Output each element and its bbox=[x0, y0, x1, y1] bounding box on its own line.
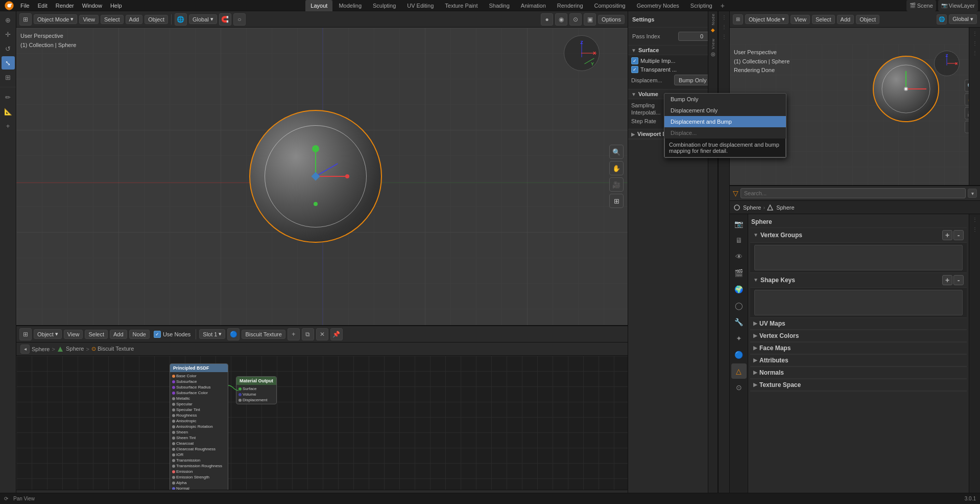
gizmo-x-handle[interactable] bbox=[345, 174, 349, 178]
select-menu[interactable]: Select bbox=[101, 15, 124, 24]
use-nodes-checkbox[interactable]: ✓ bbox=[154, 331, 161, 338]
ps-btn-1[interactable]: ⋮ bbox=[970, 215, 979, 224]
use-nodes-toggle[interactable]: ✓ Use Nodes bbox=[152, 331, 193, 338]
material-name[interactable]: Biscuit Texture bbox=[242, 330, 285, 339]
material-browse-icon[interactable]: 🔵 bbox=[227, 328, 240, 340]
right-orient-gizmo[interactable]: Z X bbox=[934, 51, 960, 76]
rvs-btn-3[interactable]: ⋮ bbox=[970, 48, 979, 57]
gizmo-z-handle[interactable] bbox=[311, 172, 320, 181]
props-btn-physics[interactable]: 🔵 bbox=[731, 347, 747, 362]
tab-rendering[interactable]: Rendering bbox=[552, 0, 588, 11]
orientation-selector[interactable]: Global ▾ bbox=[189, 14, 217, 24]
right-vp-orient[interactable]: 🌐 bbox=[937, 14, 947, 25]
zoom-in-gizmo[interactable]: 🔍 bbox=[609, 145, 624, 159]
menu-edit[interactable]: Edit bbox=[34, 0, 52, 11]
tool-cursor[interactable]: ⊕ bbox=[2, 13, 15, 27]
viewport-transform-icon[interactable]: 🌐 bbox=[175, 13, 187, 26]
menu-render[interactable]: Render bbox=[52, 0, 78, 11]
menu-file[interactable]: File bbox=[16, 0, 34, 11]
material-delete-icon[interactable]: ✕ bbox=[316, 328, 328, 340]
props-btn-scene[interactable]: 🎬 bbox=[731, 265, 747, 281]
object-menu[interactable]: Object bbox=[145, 15, 168, 24]
tab-animation[interactable]: Animation bbox=[516, 0, 551, 11]
props-search-input[interactable] bbox=[740, 188, 966, 198]
material-output-node[interactable]: Material Output Surface Volume Displacem… bbox=[236, 376, 277, 404]
right-vp-mode-selector[interactable]: Object Mode ▾ bbox=[745, 14, 788, 24]
transform-gizmo[interactable] bbox=[285, 146, 346, 207]
uv-maps-header[interactable]: ▶ UV Maps bbox=[750, 318, 967, 330]
dropdown-option-bump-only[interactable]: Bump Only bbox=[664, 94, 786, 105]
right-vp-select[interactable]: Select bbox=[812, 15, 835, 24]
multiple-importance-checkbox[interactable]: ✓ bbox=[631, 57, 638, 64]
shader-canvas[interactable]: Principled BSDF Base Color Subsurface Su… bbox=[16, 356, 628, 490]
principled-bsdf-node[interactable]: Principled BSDF Base Color Subsurface Su… bbox=[170, 363, 228, 490]
props-btn-modifier[interactable]: 🔧 bbox=[731, 314, 747, 330]
node-tool-icon[interactable]: ◆ bbox=[709, 26, 716, 33]
add-workspace-tab[interactable]: + bbox=[719, 2, 727, 10]
strip-btn-3[interactable]: ⋮ bbox=[720, 32, 729, 41]
props-filter-icon[interactable]: ▾ bbox=[968, 189, 977, 198]
normals-header[interactable]: ▶ Normals bbox=[750, 367, 967, 379]
texture-space-header[interactable]: ▶ Texture Space bbox=[750, 379, 967, 391]
props-btn-view[interactable]: 👁 bbox=[731, 249, 747, 264]
material-new-icon[interactable]: + bbox=[288, 328, 300, 340]
shader-node-menu[interactable]: Node bbox=[129, 330, 150, 339]
shader-mode-icon[interactable]: ⊞ bbox=[19, 328, 32, 340]
vertex-colors-header[interactable]: ▶ Vertex Colors bbox=[750, 330, 967, 342]
proportional-edit-icon[interactable]: ○ bbox=[233, 13, 246, 26]
tab-texture-paint[interactable]: Texture Paint bbox=[440, 0, 483, 11]
dropdown-option-displacement-and-bump[interactable]: Displacement and Bump bbox=[664, 116, 786, 127]
material-copy-icon[interactable]: ⧉ bbox=[302, 328, 314, 340]
overlays-icon[interactable]: ⊙ bbox=[569, 13, 582, 26]
props-btn-render[interactable]: 📷 bbox=[731, 216, 747, 232]
grid-gizmo[interactable]: ⊞ bbox=[609, 194, 624, 208]
menu-help[interactable]: Help bbox=[106, 0, 126, 11]
ps-btn-2[interactable]: ⋮ bbox=[970, 225, 979, 234]
view-tool-icon[interactable]: ◎ bbox=[709, 50, 716, 57]
shader-select-menu[interactable]: Select bbox=[85, 330, 108, 339]
props-btn-particles[interactable]: ✦ bbox=[731, 331, 747, 346]
tab-compositing[interactable]: Compositing bbox=[589, 0, 631, 11]
tool-transform[interactable]: ⊞ bbox=[2, 71, 15, 84]
tool-move[interactable]: ✛ bbox=[2, 28, 15, 41]
dropdown-option-displacement-only[interactable]: Displacement Only bbox=[664, 105, 786, 116]
attributes-header[interactable]: ▶ Attributes bbox=[750, 355, 967, 366]
tab-shading[interactable]: Shading bbox=[484, 0, 514, 11]
render-mode-icon[interactable]: ● bbox=[541, 13, 553, 26]
props-btn-data[interactable]: △ bbox=[731, 363, 747, 379]
props-btn-material[interactable]: ⊙ bbox=[731, 380, 747, 395]
sphere-object[interactable] bbox=[249, 110, 382, 243]
face-maps-header[interactable]: ▶ Face Maps bbox=[750, 342, 967, 354]
snap-icon[interactable]: 🧲 bbox=[219, 13, 231, 26]
props-btn-world[interactable]: 🌍 bbox=[731, 282, 747, 297]
tab-scripting[interactable]: Scripting bbox=[685, 0, 718, 11]
right-vp-global[interactable]: Global ▾ bbox=[949, 14, 977, 24]
tab-geometry-nodes[interactable]: Geometry Nodes bbox=[632, 0, 684, 11]
vertex-groups-header[interactable]: ▼ Vertex Groups + - bbox=[750, 228, 967, 243]
view-layer-selector[interactable]: 📷 ViewLayer bbox=[938, 0, 978, 11]
rvs-btn-1[interactable]: ⋮ bbox=[970, 29, 979, 38]
gizmo-y-down-handle[interactable] bbox=[314, 202, 318, 206]
viewport-shading-icon[interactable]: ◉ bbox=[555, 13, 567, 26]
add-menu[interactable]: Add bbox=[126, 15, 143, 24]
pan-gizmo[interactable]: ✋ bbox=[609, 161, 624, 175]
view-menu[interactable]: View bbox=[79, 15, 99, 24]
props-btn-object[interactable]: ◯ bbox=[731, 298, 747, 313]
tool-annotate[interactable]: ✏ bbox=[2, 90, 15, 104]
props-mode-icon[interactable]: ▽ bbox=[733, 189, 738, 197]
tool-rotate[interactable]: ↺ bbox=[2, 42, 15, 55]
tool-measure[interactable]: 📐 bbox=[2, 105, 15, 118]
tab-layout[interactable]: Layout bbox=[305, 0, 332, 11]
strip-btn-1[interactable]: ⋮ bbox=[720, 12, 729, 21]
right-vp-view[interactable]: View bbox=[791, 15, 810, 24]
shape-keys-remove[interactable]: - bbox=[953, 275, 964, 285]
slot-selector[interactable]: Slot 1 ▾ bbox=[199, 329, 225, 339]
menu-window[interactable]: Window bbox=[78, 0, 106, 11]
options-btn[interactable]: Options bbox=[598, 15, 625, 24]
props-btn-output[interactable]: 🖥 bbox=[731, 233, 747, 248]
pin-icon[interactable]: 📌 bbox=[330, 328, 343, 340]
camera-gizmo[interactable]: 🎥 bbox=[609, 177, 624, 192]
rvs-btn-2[interactable]: ⋮ bbox=[970, 38, 979, 48]
shape-keys-header[interactable]: ▼ Shape Keys + - bbox=[750, 273, 967, 288]
tab-uv-editing[interactable]: UV Editing bbox=[402, 0, 439, 11]
